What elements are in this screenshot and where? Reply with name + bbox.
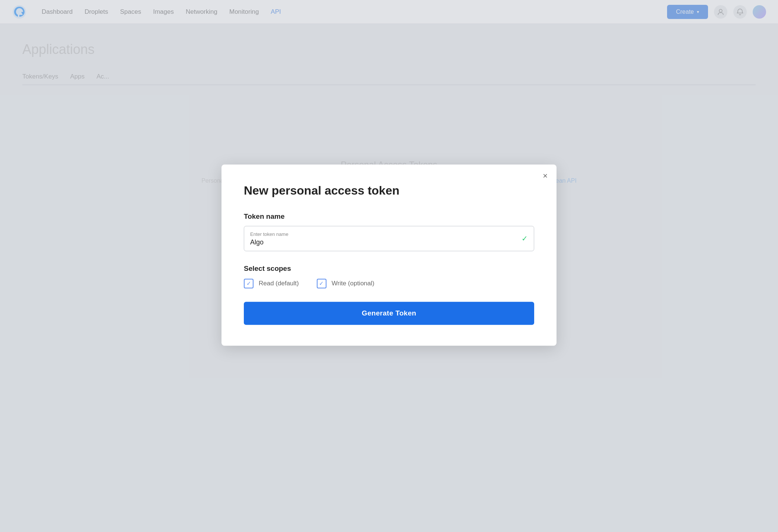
- scope-read-label: Read (default): [259, 280, 299, 287]
- scope-write-option[interactable]: ✓ Write (optional): [317, 279, 374, 288]
- token-valid-check-icon: ✓: [522, 234, 528, 243]
- modal-wrapper: × New personal access token Token name E…: [221, 164, 557, 346]
- token-name-label: Token name: [244, 212, 534, 221]
- scope-read-checkbox[interactable]: ✓: [244, 279, 254, 288]
- scopes-section: Select scopes ✓ Read (default) ✓ Write (…: [244, 265, 534, 288]
- new-token-modal: × New personal access token Token name E…: [221, 164, 557, 346]
- scope-write-label: Write (optional): [332, 280, 374, 287]
- scope-write-checkbox[interactable]: ✓: [317, 279, 326, 288]
- token-input-floating-label: Enter token name: [250, 231, 528, 237]
- generate-token-button[interactable]: Generate Token: [244, 302, 534, 325]
- token-name-input[interactable]: [250, 238, 528, 246]
- scopes-options: ✓ Read (default) ✓ Write (optional): [244, 279, 534, 288]
- token-name-field-wrapper: Enter token name ✓: [244, 226, 534, 251]
- scopes-label: Select scopes: [244, 265, 534, 273]
- modal-title: New personal access token: [244, 184, 534, 198]
- modal-close-button[interactable]: ×: [543, 172, 548, 180]
- scope-read-option[interactable]: ✓ Read (default): [244, 279, 299, 288]
